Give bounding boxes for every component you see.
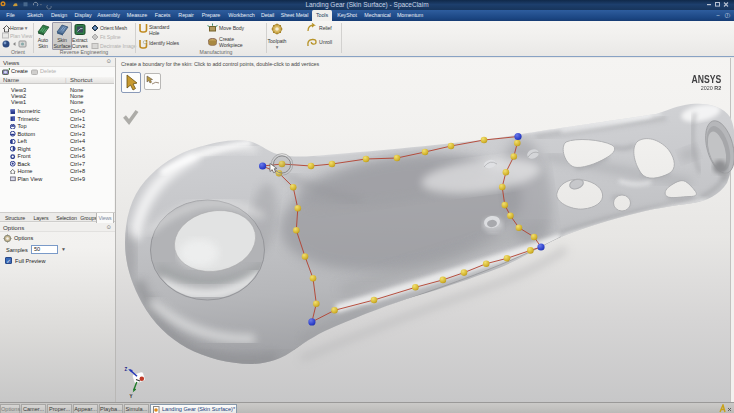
svg-text:Z: Z [125,367,128,372]
svg-text:Y: Y [130,393,133,398]
